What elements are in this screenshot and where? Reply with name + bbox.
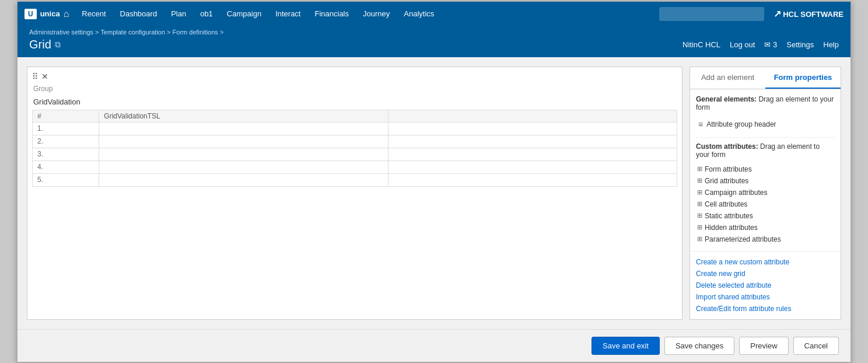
nav-campaign[interactable]: Campaign <box>221 7 267 20</box>
panel-links: Create a new custom attribute Create new… <box>690 251 841 319</box>
unica-text: unica <box>40 9 60 18</box>
tab-form-properties[interactable]: Form properties <box>765 67 841 89</box>
page-header: Administrative settings > Template confi… <box>18 26 850 57</box>
save-changes-button[interactable]: Save changes <box>664 337 734 355</box>
nav-plan[interactable]: Plan <box>165 7 192 20</box>
link-create-custom-attribute[interactable]: Create a new custom attribute <box>696 256 835 268</box>
settings-link[interactable]: Settings <box>786 40 814 49</box>
row-num-3: 3. <box>33 148 99 160</box>
grid-section-label: GridValidation <box>32 97 677 106</box>
move-icon: ⠿ <box>32 72 38 81</box>
row-cell-4a[interactable] <box>99 160 388 173</box>
row-num-2: 2. <box>33 135 99 148</box>
expand-icon-campaign: ⊞ <box>697 189 702 196</box>
attribute-group-header-element[interactable]: ≡ Attribute group header <box>696 116 835 132</box>
row-cell-2a[interactable] <box>99 135 388 148</box>
row-num-1: 1. <box>33 122 99 135</box>
nav-journey[interactable]: Journey <box>357 7 396 20</box>
link-delete-selected-attribute[interactable]: Delete selected attribute <box>696 280 835 291</box>
close-canvas-icon[interactable]: ✕ <box>41 72 48 81</box>
col-header-name: GridValidationTSL <box>99 110 388 122</box>
table-row: 1. <box>33 122 677 135</box>
hcl-arrow-icon: ↗ <box>774 9 781 19</box>
attr-parameterized-attributes[interactable]: ⊞ Parameterized attributes <box>696 233 835 245</box>
user-name: NitinC HCL <box>682 40 720 49</box>
page-title: Grid ⧉ <box>29 38 61 51</box>
attribute-header-icon: ≡ <box>698 120 703 129</box>
custom-attributes-title: Custom attributes: Drag an element to yo… <box>696 142 835 159</box>
main-content: ⠿ ✕ Group GridValidation # GridValidatio… <box>18 57 850 329</box>
general-elements-title: General elements: Drag an element to you… <box>696 95 835 111</box>
expand-icon-form: ⊞ <box>697 165 702 173</box>
panel-body: General elements: Drag an element to you… <box>690 89 841 251</box>
nav-dashboard[interactable]: Dashboard <box>114 7 163 20</box>
row-cell-5b[interactable] <box>388 173 677 186</box>
grid-table: # GridValidationTSL 1. 2. <box>32 110 677 187</box>
col-header-num: # <box>33 110 99 122</box>
attr-cell-attributes[interactable]: ⊞ Cell attributes <box>696 198 835 210</box>
header-actions: NitinC HCL Log out ✉ 3 Settings Help <box>682 40 839 49</box>
save-and-exit-button[interactable]: Save and exit <box>592 337 660 355</box>
attribute-group-header-label: Attribute group header <box>706 120 776 128</box>
nav-analytics[interactable]: Analytics <box>398 7 440 20</box>
home-icon[interactable]: ⌂ <box>64 9 69 19</box>
top-navigation: U unica ⌂ Recent Dashboard Plan ob1 Camp… <box>18 2 850 26</box>
group-label: Group <box>32 85 677 93</box>
unica-logo-badge: U <box>24 9 37 19</box>
row-num-4: 4. <box>33 160 99 173</box>
canvas-toolbar: ⠿ ✕ <box>32 72 677 81</box>
row-cell-4b[interactable] <box>388 160 677 173</box>
row-cell-1a[interactable] <box>99 122 388 135</box>
cancel-button[interactable]: Cancel <box>793 337 839 355</box>
right-panel: Add an element Form properties General e… <box>690 67 841 320</box>
logout-link[interactable]: Log out <box>730 40 755 49</box>
nav-interact[interactable]: Interact <box>270 7 306 20</box>
custom-attributes-list: ⊞ Form attributes ⊞ Grid attributes ⊞ Ca… <box>696 163 835 245</box>
expand-icon-cell: ⊞ <box>697 200 702 208</box>
app-logo: U unica ⌂ <box>24 9 69 19</box>
nav-financials[interactable]: Financials <box>309 7 355 20</box>
messages-link[interactable]: ✉ 3 <box>764 40 777 49</box>
link-create-edit-form-rules[interactable]: Create/Edit form attribute rules <box>696 303 835 315</box>
expand-icon-hidden: ⊞ <box>697 224 702 231</box>
nav-recent[interactable]: Recent <box>76 7 111 20</box>
table-row: 3. <box>33 148 677 160</box>
tab-add-element[interactable]: Add an element <box>690 67 765 89</box>
nav-ob1[interactable]: ob1 <box>194 7 219 20</box>
row-num-5: 5. <box>33 173 99 186</box>
grid-header-row: # GridValidationTSL <box>33 110 677 122</box>
external-link-icon[interactable]: ⧉ <box>55 40 61 50</box>
global-search-input[interactable] <box>659 7 764 21</box>
attr-static-attributes[interactable]: ⊞ Static attributes <box>696 210 835 222</box>
footer: Save and exit Save changes Preview Cance… <box>18 329 850 362</box>
attr-form-attributes[interactable]: ⊞ Form attributes <box>696 163 835 175</box>
expand-icon-parameterized: ⊞ <box>697 235 702 243</box>
expand-icon-static: ⊞ <box>697 212 702 219</box>
row-cell-5a[interactable] <box>99 173 388 186</box>
breadcrumb: Administrative settings > Template confi… <box>29 29 839 36</box>
attr-hidden-attributes[interactable]: ⊞ Hidden attributes <box>696 222 835 233</box>
table-row: 2. <box>33 135 677 148</box>
preview-button[interactable]: Preview <box>739 337 788 355</box>
help-link[interactable]: Help <box>823 40 839 49</box>
hcl-logo: ↗ HCL SOFTWARE <box>774 8 844 19</box>
attr-campaign-attributes[interactable]: ⊞ Campaign attributes <box>696 187 835 198</box>
table-row: 4. <box>33 160 677 173</box>
page-title-row: Grid ⧉ NitinC HCL Log out ✉ 3 Settings H… <box>29 38 839 51</box>
canvas-area: ⠿ ✕ Group GridValidation # GridValidatio… <box>27 67 682 320</box>
row-cell-1b[interactable] <box>388 122 677 135</box>
section-divider <box>696 137 835 138</box>
table-row: 5. <box>33 173 677 186</box>
link-import-shared-attributes[interactable]: Import shared attributes <box>696 291 835 303</box>
row-cell-2b[interactable] <box>388 135 677 148</box>
expand-icon-grid: ⊞ <box>697 177 702 184</box>
row-cell-3b[interactable] <box>388 148 677 160</box>
col-header-extra <box>388 110 677 122</box>
row-cell-3a[interactable] <box>99 148 388 160</box>
attr-grid-attributes[interactable]: ⊞ Grid attributes <box>696 175 835 187</box>
panel-tabs: Add an element Form properties <box>690 67 841 89</box>
link-create-new-grid[interactable]: Create new grid <box>696 268 835 280</box>
